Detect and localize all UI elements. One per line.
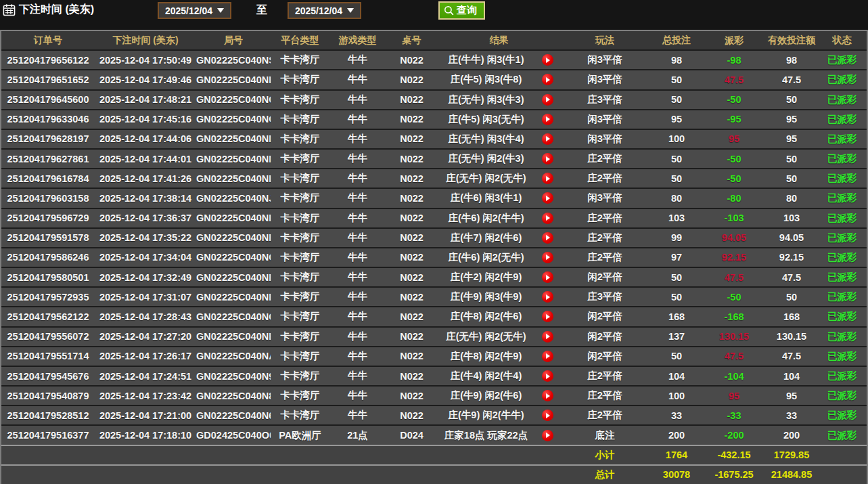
result-video-cell xyxy=(534,153,560,164)
play-video-icon[interactable] xyxy=(542,153,553,164)
valid-bet-cell: 50 xyxy=(764,173,819,184)
play-method-cell: 闲3平倍 xyxy=(560,53,649,66)
result-video-cell xyxy=(534,114,560,125)
game-number-cell: GN02225C040N9 xyxy=(196,371,271,382)
header-play: 玩法 xyxy=(560,35,649,47)
payout-cell: 92.15 xyxy=(704,252,764,263)
result-cell: 庄(无牛) 闲2(无牛) xyxy=(438,330,534,343)
bet-time-cell: 2025-12-04 17:31:07 xyxy=(95,292,196,303)
status-badge: 已派彩 xyxy=(819,429,865,442)
play-video-icon[interactable] xyxy=(542,94,553,106)
order-number-cell: 251204179596729 xyxy=(1,213,95,223)
play-video-icon[interactable] xyxy=(542,271,553,283)
subtotal-row: 小计 1764 -432.15 1729.85 xyxy=(1,445,867,464)
order-number-cell: 251204179628197 xyxy=(1,133,95,144)
table-number-cell: N022 xyxy=(386,154,438,164)
play-video-icon[interactable] xyxy=(542,74,553,85)
play-video-icon[interactable] xyxy=(542,213,553,224)
result-video-cell xyxy=(534,390,560,401)
valid-bet-cell: 50 xyxy=(764,154,819,164)
play-video-icon[interactable] xyxy=(542,291,553,303)
total-bet-cell: 50 xyxy=(649,94,704,105)
platform-type-cell: 卡卡湾厅 xyxy=(271,152,329,165)
game-type-cell: 牛牛 xyxy=(329,271,386,284)
table-row: 251204179596729 2025-12-04 17:36:37 GN02… xyxy=(1,208,867,227)
play-video-icon[interactable] xyxy=(542,410,553,421)
status-badge: 已派彩 xyxy=(819,152,865,165)
play-video-icon[interactable] xyxy=(542,192,553,204)
play-method-cell: 闲3平倍 xyxy=(560,192,649,204)
platform-type-cell: PA欧洲厅 xyxy=(271,429,329,442)
table-number-cell: N022 xyxy=(386,114,438,125)
status-badge: 已派彩 xyxy=(819,251,865,264)
platform-type-cell: 卡卡湾厅 xyxy=(271,310,329,323)
game-type-cell: 牛牛 xyxy=(329,113,386,126)
game-type-cell: 牛牛 xyxy=(329,370,386,382)
payout-cell: -50 xyxy=(704,292,764,303)
play-video-icon[interactable] xyxy=(542,390,553,401)
play-method-cell: 闲2平倍 xyxy=(560,330,649,343)
payout-cell: 95 xyxy=(704,391,764,401)
play-video-icon[interactable] xyxy=(542,331,553,343)
date-from-select[interactable]: 2025/12/04 xyxy=(158,2,231,19)
play-video-icon[interactable] xyxy=(542,232,553,244)
game-number-cell: GN02225C040NA xyxy=(196,351,271,361)
total-bet-cell: 50 xyxy=(649,173,704,184)
search-icon xyxy=(444,5,455,16)
result-video-cell xyxy=(534,291,560,303)
valid-bet-cell: 130.15 xyxy=(764,331,819,342)
bet-time-cell: 2025-12-04 17:18:10 xyxy=(95,430,196,441)
result-cell: 庄(牛8) 闲2(牛9) xyxy=(438,350,534,363)
table-number-cell: N022 xyxy=(386,371,438,382)
result-cell: 庄(牛牛) 闲3(牛1) xyxy=(438,53,534,66)
table-number-cell: N022 xyxy=(386,252,438,263)
table-row: 251204179603158 2025-12-04 17:38:14 GN02… xyxy=(1,188,867,207)
game-number-cell: GN02225C040NQ xyxy=(196,94,271,105)
subtotal-valid-bet: 1729.85 xyxy=(764,449,819,460)
platform-type-cell: 卡卡湾厅 xyxy=(271,409,329,422)
game-type-cell: 牛牛 xyxy=(329,192,386,204)
payout-cell: -95 xyxy=(704,114,764,125)
play-video-icon[interactable] xyxy=(542,370,553,382)
total-bet-cell: 168 xyxy=(649,311,704,322)
game-number-cell: GN02225C040NC xyxy=(196,311,271,322)
status-badge: 已派彩 xyxy=(819,271,865,284)
payout-cell: -50 xyxy=(704,173,764,184)
date-to-select[interactable]: 2025/12/04 xyxy=(288,2,361,19)
total-bet-cell: 97 xyxy=(649,252,704,263)
game-number-cell: GN02225C040N8 xyxy=(196,391,271,401)
play-video-icon[interactable] xyxy=(542,430,553,441)
play-video-icon[interactable] xyxy=(542,351,553,362)
play-method-cell: 庄2平倍 xyxy=(560,172,649,185)
valid-bet-cell: 104 xyxy=(764,371,819,382)
table-row: 251204179616784 2025-12-04 17:41:26 GN02… xyxy=(1,168,867,188)
game-type-cell: 牛牛 xyxy=(329,330,386,343)
result-cell: 庄(无牛) 闲2(牛3) xyxy=(438,152,534,165)
header-table-no: 桌号 xyxy=(386,35,438,47)
result-cell: 庄(牛6) 闲2(无牛) xyxy=(438,251,534,264)
status-badge: 已派彩 xyxy=(819,370,865,382)
play-video-icon[interactable] xyxy=(542,114,553,125)
result-video-cell xyxy=(534,213,560,224)
query-button[interactable]: 查询 xyxy=(438,1,485,20)
platform-type-cell: 卡卡湾厅 xyxy=(271,73,329,86)
play-video-icon[interactable] xyxy=(542,133,553,145)
grand-total-payout: -1675.25 xyxy=(704,469,764,480)
play-video-icon[interactable] xyxy=(542,252,553,263)
status-badge: 已派彩 xyxy=(819,113,865,126)
play-method-cell: 庄2平倍 xyxy=(560,212,649,225)
date-to-value: 2025/12/04 xyxy=(295,5,342,16)
subtotal-payout: -432.15 xyxy=(704,449,764,460)
payout-cell: -98 xyxy=(704,55,764,66)
result-video-cell xyxy=(534,74,560,85)
table-row: 251204179562122 2025-12-04 17:28:43 GN02… xyxy=(1,306,867,326)
play-method-cell: 闲2平倍 xyxy=(560,310,649,323)
payout-cell: 95 xyxy=(704,133,764,144)
play-video-icon[interactable] xyxy=(542,311,553,322)
table-number-cell: N022 xyxy=(386,213,438,223)
play-video-icon[interactable] xyxy=(542,173,553,184)
play-video-icon[interactable] xyxy=(542,54,553,66)
order-number-cell: 251204179633046 xyxy=(1,114,95,125)
table-row: 251204179540879 2025-12-04 17:23:42 GN02… xyxy=(1,385,867,405)
play-method-cell: 闲3平倍 xyxy=(560,113,649,126)
